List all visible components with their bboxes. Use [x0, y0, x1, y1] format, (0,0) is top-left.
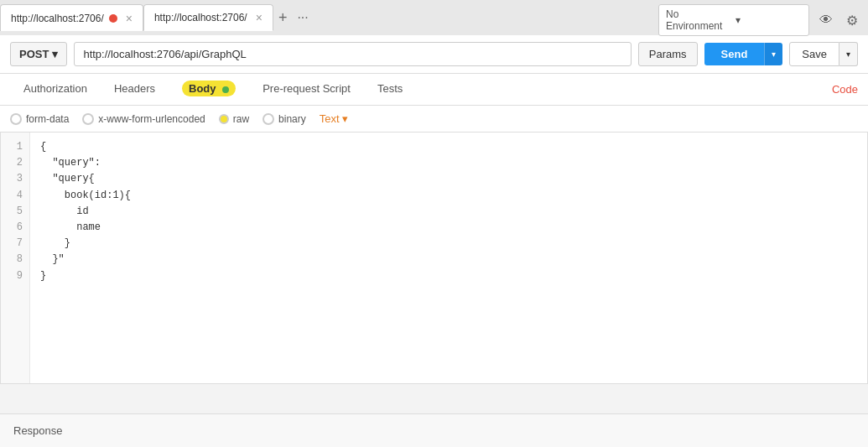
tab-headers[interactable]: Headers [101, 74, 169, 105]
tab-1-close[interactable]: × [126, 12, 133, 25]
editor-body: 1 2 3 4 5 6 7 8 9 { "query": "query{ boo… [0, 133, 868, 384]
text-type-dropdown[interactable]: Text ▾ [320, 112, 348, 125]
response-label: Response [13, 424, 63, 437]
method-selector[interactable]: POST ▾ [10, 42, 67, 66]
environment-selector[interactable]: No Environment ▾ [658, 4, 809, 36]
new-tab-button[interactable]: + [273, 6, 293, 30]
tab-2-label: http://localhost:2706/ [154, 12, 247, 23]
editor-wrapper: 1 2 3 4 5 6 7 8 9 { "query": "query{ boo… [0, 133, 868, 384]
text-type-label: Text [320, 112, 340, 125]
line-num-4: 4 [1, 188, 29, 204]
line-num-7: 7 [1, 236, 29, 252]
line-num-5: 5 [1, 204, 29, 220]
url-input[interactable] [74, 42, 631, 66]
tab-headers-label: Headers [114, 82, 155, 95]
tab-2-close[interactable]: × [256, 11, 262, 24]
tab-tests-label: Tests [377, 82, 403, 95]
urlencoded-label: x-www-form-urlencoded [98, 113, 205, 125]
response-bar: Response [0, 413, 868, 447]
text-dropdown-icon: ▾ [342, 112, 348, 125]
browser-tab-bar: http://localhost:2706/ × http://localhos… [0, 0, 868, 35]
tab-body[interactable]: Body [169, 74, 249, 105]
tab-1-dot [109, 14, 117, 23]
urlencoded-radio[interactable] [82, 113, 94, 125]
raw-radio-dot[interactable] [219, 114, 229, 124]
eye-icon: 👁 [819, 13, 833, 27]
body-options: form-data x-www-form-urlencoded raw bina… [0, 106, 868, 133]
line-num-1: 1 [1, 139, 29, 155]
tab-2[interactable]: http://localhost:2706/ × [143, 4, 273, 31]
line-num-9: 9 [1, 268, 29, 284]
save-button-group: Save ▾ [789, 42, 858, 66]
settings-button[interactable]: ⚙ [843, 9, 861, 32]
request-tabs-left: Authorization Headers Body Pre-request S… [10, 74, 416, 105]
form-data-option[interactable]: form-data [10, 113, 69, 125]
params-button[interactable]: Params [638, 42, 698, 66]
body-active-dot [222, 86, 229, 93]
chevron-down-icon: ▾ [735, 14, 802, 26]
tab-authorization-label: Authorization [23, 82, 87, 95]
tab-1-label: http://localhost:2706/ [11, 13, 104, 24]
environment-bar: No Environment ▾ 👁 ⚙ [658, 4, 861, 36]
tab-1[interactable]: http://localhost:2706/ × [0, 4, 143, 31]
tab-prerequest[interactable]: Pre-request Script [249, 74, 364, 105]
raw-option[interactable]: raw [219, 113, 249, 125]
tab-body-highlight: Body [182, 81, 236, 96]
send-button-group: Send ▾ [704, 43, 783, 65]
tab-body-label: Body [189, 82, 216, 95]
environment-label: No Environment [666, 8, 732, 32]
eye-button[interactable]: 👁 [816, 9, 836, 31]
urlencoded-option[interactable]: x-www-form-urlencoded [82, 113, 205, 125]
send-dropdown-button[interactable]: ▾ [764, 43, 782, 65]
binary-label: binary [278, 113, 306, 125]
tab-authorization[interactable]: Authorization [10, 74, 101, 105]
tab-tests[interactable]: Tests [364, 74, 416, 105]
params-label: Params [649, 48, 687, 60]
line-numbers: 1 2 3 4 5 6 7 8 9 [1, 133, 30, 383]
more-tabs-button[interactable]: ··· [292, 7, 313, 29]
request-tabs: Authorization Headers Body Pre-request S… [0, 74, 868, 106]
line-num-8: 8 [1, 252, 29, 268]
send-label: Send [721, 48, 748, 60]
save-button[interactable]: Save [789, 42, 839, 66]
url-bar: POST ▾ Params Send ▾ Save ▾ [0, 35, 868, 74]
gear-icon: ⚙ [846, 13, 858, 28]
save-label: Save [802, 48, 827, 60]
raw-label: raw [233, 113, 249, 125]
tab-prerequest-label: Pre-request Script [262, 82, 351, 95]
line-num-6: 6 [1, 220, 29, 236]
send-button[interactable]: Send [704, 43, 765, 65]
line-num-3: 3 [1, 171, 29, 187]
method-dropdown-icon: ▾ [52, 48, 58, 60]
save-dropdown-button[interactable]: ▾ [839, 42, 858, 66]
method-label: POST [19, 48, 49, 60]
line-num-2: 2 [1, 155, 29, 171]
code-link[interactable]: Code [832, 75, 858, 104]
code-editor[interactable]: { "query": "query{ book(id:1){ id name }… [30, 133, 867, 383]
binary-option[interactable]: binary [262, 113, 306, 125]
form-data-label: form-data [26, 113, 69, 125]
binary-radio[interactable] [262, 113, 274, 125]
form-data-radio[interactable] [10, 113, 22, 125]
